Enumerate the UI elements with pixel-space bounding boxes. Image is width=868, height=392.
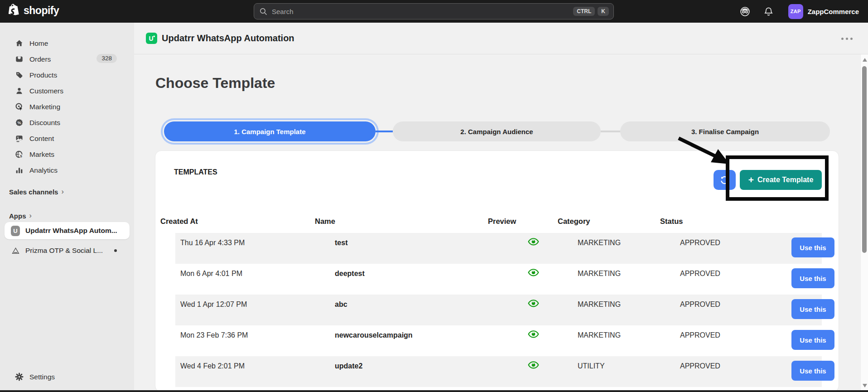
- cell-category: UTILITY: [578, 362, 605, 370]
- sales-channels-section[interactable]: Sales channels ›: [9, 188, 64, 196]
- sidebar-item-markets[interactable]: $Markets: [0, 146, 134, 162]
- table-row: Wed 1 Apr 12:07 PMabcMARKETINGAPPROVEDUs…: [175, 295, 822, 325]
- create-template-label: Create Template: [757, 176, 813, 184]
- chevron-right-icon: ›: [29, 212, 32, 220]
- scroll-down-arrow[interactable]: [863, 384, 867, 387]
- refresh-button[interactable]: [714, 170, 736, 190]
- sales-channels-label: Sales channels: [9, 188, 58, 196]
- use-this-button[interactable]: Use this: [791, 299, 834, 319]
- discounts-icon: %: [14, 118, 24, 127]
- step-1-pill[interactable]: 1. Campaign Template: [164, 121, 376, 141]
- marketing-icon: [14, 102, 24, 111]
- sidebar-app-prizma[interactable]: Prizma OTP & Social L...: [5, 242, 130, 259]
- templates-panel: TEMPLATES + Create Template Created AtNa…: [155, 150, 839, 392]
- table-row: Mon 23 Feb 7:36 PMnewcarouselcampaignMAR…: [175, 325, 822, 356]
- shortcut-ctrl-key: CTRL: [573, 7, 595, 16]
- sidebar-item-analytics[interactable]: Analytics: [0, 162, 134, 178]
- app-item-label: Prizma OTP & Social L...: [25, 247, 103, 255]
- shortcut-k-key: K: [598, 7, 609, 16]
- sidekick-face-icon[interactable]: [738, 4, 753, 19]
- scrollbar-thumb[interactable]: [862, 66, 867, 253]
- shopify-logo[interactable]: shopify: [8, 4, 59, 17]
- cell-created-at: Wed 4 Feb 2:01 PM: [180, 362, 245, 370]
- sidebar-app-updatrr[interactable]: UUpdatrr WhatsApp Autom...: [5, 222, 130, 239]
- sidebar-item-customers[interactable]: Customers: [0, 83, 134, 99]
- cell-category: MARKETING: [578, 270, 621, 278]
- sidebar: HomeOrders328ProductsCustomersMarketing%…: [0, 23, 134, 392]
- sidebar-item-label: Marketing: [29, 103, 60, 111]
- sidebar-item-label: Orders: [29, 55, 51, 63]
- sidebar-item-label: Home: [29, 39, 48, 48]
- cell-category: MARKETING: [578, 300, 621, 309]
- step-3-pill[interactable]: 3. Finalise Campaign: [620, 121, 830, 141]
- page-title: Choose Template: [155, 75, 275, 92]
- apps-list: UUpdatrr WhatsApp Autom...Prizma OTP & S…: [0, 222, 134, 262]
- chevron-right-icon: ›: [61, 188, 63, 196]
- apps-label: Apps: [9, 212, 26, 220]
- table-row: Mon 6 Apr 4:01 PMdeeptestMARKETINGAPPROV…: [175, 264, 822, 295]
- use-this-button[interactable]: Use this: [791, 361, 834, 381]
- cell-category: MARKETING: [578, 239, 621, 247]
- store-avatar[interactable]: ZAP: [788, 4, 803, 19]
- sidebar-item-products[interactable]: Products: [0, 67, 134, 83]
- use-this-button[interactable]: Use this: [791, 330, 834, 350]
- eye-icon[interactable]: [528, 330, 539, 340]
- scroll-up-arrow[interactable]: [863, 58, 867, 62]
- sidebar-item-label: Analytics: [29, 166, 58, 174]
- products-icon: [14, 71, 24, 80]
- panel-title: TEMPLATES: [174, 168, 217, 176]
- sidebar-item-label: Markets: [29, 150, 54, 159]
- sidebar-nav: HomeOrders328ProductsCustomersMarketing%…: [0, 35, 134, 178]
- notifications-bell-icon[interactable]: [761, 4, 776, 19]
- step-2-pill[interactable]: 2. Campaign Audience: [393, 121, 601, 141]
- content-icon: [14, 134, 24, 143]
- topbar-right: ZAP ZappCommerce: [738, 0, 859, 23]
- search-input[interactable]: [272, 8, 570, 15]
- settings-wrap: Settings: [0, 369, 134, 385]
- sidebar-item-home[interactable]: Home: [0, 35, 134, 51]
- svg-text:U: U: [149, 35, 153, 42]
- step-connector: [376, 131, 393, 132]
- table-row: Wed 4 Feb 2:01 PMupdate2UTILITYAPPROVEDU…: [175, 356, 822, 387]
- analytics-icon: [14, 166, 24, 175]
- search-bar[interactable]: CTRL K: [254, 3, 614, 19]
- store-name[interactable]: ZappCommerce: [808, 8, 859, 15]
- use-this-button[interactable]: Use this: [791, 237, 834, 257]
- shopify-wordmark: shopify: [24, 5, 59, 17]
- cell-created-at: Mon 23 Feb 7:36 PM: [180, 331, 248, 339]
- create-template-button[interactable]: + Create Template: [740, 170, 822, 190]
- topbar: shopify CTRL K ZAP ZappCommerce: [0, 0, 868, 23]
- cell-name: update2: [335, 362, 362, 370]
- apps-section[interactable]: Apps ›: [9, 212, 32, 220]
- eye-icon[interactable]: [528, 299, 539, 310]
- use-this-button[interactable]: Use this: [791, 268, 834, 288]
- sidebar-item-discounts[interactable]: %Discounts: [0, 115, 134, 131]
- sidebar-item-label: Products: [29, 71, 57, 79]
- cell-name: test: [335, 239, 347, 247]
- plus-icon: +: [748, 175, 754, 184]
- table-row: Thu 16 Apr 4:33 PMtestMARKETINGAPPROVEDU…: [175, 233, 822, 264]
- notification-dot: [114, 249, 117, 252]
- table-header: Created AtNamePreviewCategoryStatus: [155, 217, 839, 230]
- column-header-status: Status: [660, 217, 683, 226]
- eye-icon[interactable]: [528, 268, 539, 279]
- horizontal-dots-icon[interactable]: [839, 34, 854, 43]
- sidebar-item-orders[interactable]: Orders328: [0, 51, 134, 67]
- updatrr-app-icon: U: [11, 226, 20, 235]
- app-title: Updatrr WhatsApp Automation: [162, 33, 294, 44]
- column-header-created-at: Created At: [160, 217, 198, 226]
- orders-icon: [14, 55, 24, 64]
- sidebar-item-marketing[interactable]: Marketing: [0, 99, 134, 115]
- column-header-name: Name: [315, 217, 335, 226]
- cell-category: MARKETING: [578, 331, 621, 339]
- cell-name: newcarouselcampaign: [335, 331, 413, 339]
- eye-icon[interactable]: [528, 361, 539, 371]
- eye-icon[interactable]: [528, 237, 539, 248]
- prizma-app-icon: [11, 246, 20, 255]
- cell-status: APPROVED: [680, 270, 720, 278]
- sidebar-item-settings[interactable]: Settings: [0, 369, 134, 385]
- cell-status: APPROVED: [680, 331, 720, 339]
- app-header: U Updatrr WhatsApp Automation: [134, 23, 868, 54]
- sidebar-item-content[interactable]: Content: [0, 131, 134, 146]
- sidebar-item-label: Customers: [29, 87, 63, 95]
